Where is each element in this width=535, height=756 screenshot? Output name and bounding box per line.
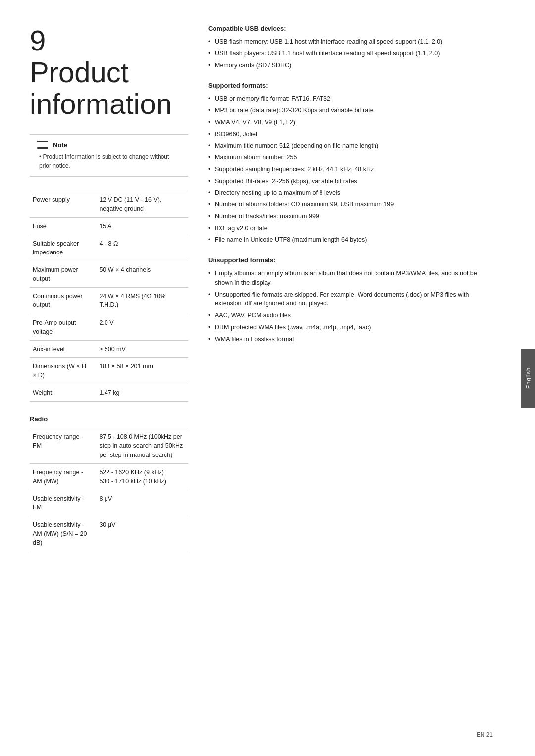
spec-table: Power supply12 V DC (11 V - 16 V), negat…	[30, 191, 188, 402]
list-item: USB flash players: USB 1.1 host with int…	[208, 49, 493, 58]
list-item: ID3 tag v2.0 or later	[208, 224, 493, 233]
note-text: • Product information is subject to chan…	[37, 152, 181, 170]
spec-value: ≥ 500 mV	[96, 340, 188, 357]
list-item: WMA files in Lossless format	[208, 335, 493, 344]
list-item: Supported sampling frequencies: 2 kHz, 4…	[208, 165, 493, 174]
supported-formats-section: Supported formats: USB or memory file fo…	[208, 82, 493, 245]
radio-spec-value: 30 μV	[96, 516, 188, 552]
compatible-usb-heading: Compatible USB devices:	[208, 25, 493, 32]
spec-value: 1.47 kg	[96, 384, 188, 402]
radio-section: Radio Frequency range - FM87.5 - 108.0 M…	[30, 415, 188, 552]
compatible-usb-list: USB flash memory: USB 1.1 host with inte…	[208, 37, 493, 70]
main-content: 9 Product information Note • Product inf…	[0, 0, 535, 756]
list-item: Number of albums/ folders: CD maximum 99…	[208, 200, 493, 209]
chapter-heading: 9 Product information	[30, 25, 188, 119]
supported-formats-heading: Supported formats:	[208, 82, 493, 89]
spec-label: Suitable speaker impedance	[30, 235, 96, 261]
supported-formats-list: USB or memory file format: FAT16, FAT32M…	[208, 94, 493, 245]
list-item: Memory cards (SD / SDHC)	[208, 61, 493, 70]
page: English 9 Product information Note	[0, 0, 535, 756]
list-item: ISO9660, Joliet	[208, 130, 493, 139]
table-row: Suitable speaker impedance4 - 8 Ω	[30, 235, 188, 261]
list-item: AAC, WAV, PCM audio files	[208, 311, 493, 320]
spec-value: 15 A	[96, 217, 188, 235]
page-footer: EN 21	[477, 731, 493, 738]
list-item: Supported Bit-rates: 2~256 (kbps), varia…	[208, 177, 493, 186]
spec-label: Dimensions (W × H × D)	[30, 357, 96, 384]
radio-spec-label: Usable sensitivity - FM	[30, 490, 96, 516]
list-item: WMA V4, V7, V8, V9 (L1, L2)	[208, 118, 493, 127]
spec-label: Continuous power output	[30, 288, 96, 314]
radio-spec-label: Usable sensitivity - AM (MW) (S/N = 20 d…	[30, 516, 96, 552]
spec-label: Maximum power output	[30, 261, 96, 288]
list-item: File name in Unicode UTF8 (maximum lengt…	[208, 235, 493, 245]
unsupported-formats-list: Empty albums: an empty album is an album…	[208, 269, 493, 344]
table-row: Continuous power output24 W × 4 RMS (4Ω …	[30, 288, 188, 314]
spec-value: 50 W × 4 channels	[96, 261, 188, 288]
table-row: Power supply12 V DC (11 V - 16 V), negat…	[30, 191, 188, 217]
note-box: Note • Product information is subject to…	[30, 134, 188, 177]
list-item: Unsupported file formats are skipped. Fo…	[208, 290, 493, 309]
table-row: Frequency range - AM (MW)522 - 1620 KHz …	[30, 463, 188, 490]
spec-label: Aux-in level	[30, 340, 96, 357]
radio-heading: Radio	[30, 415, 188, 423]
radio-spec-value: 87.5 - 108.0 MHz (100kHz per step in aut…	[96, 428, 188, 463]
note-label: Note	[53, 141, 67, 149]
table-row: Usable sensitivity - AM (MW) (S/N = 20 d…	[30, 516, 188, 552]
chapter-number: 9	[30, 24, 46, 56]
spec-value: 188 × 58 × 201 mm	[96, 357, 188, 384]
note-header: Note	[37, 141, 181, 149]
spec-value: 24 W × 4 RMS (4Ω 10% T.H.D.)	[96, 288, 188, 314]
list-item: Number of tracks/titles: maximum 999	[208, 212, 493, 221]
note-icon	[37, 141, 48, 149]
spec-label: Pre-Amp output voltage	[30, 314, 96, 340]
compatible-usb-section: Compatible USB devices: USB flash memory…	[208, 25, 493, 70]
list-item: USB flash memory: USB 1.1 host with inte…	[208, 37, 493, 47]
table-row: Usable sensitivity - FM8 μV	[30, 490, 188, 516]
right-column: Compatible USB devices: USB flash memory…	[208, 25, 493, 731]
list-item: Maximum album number: 255	[208, 153, 493, 162]
list-item: Maximum title number: 512 (depending on …	[208, 141, 493, 151]
list-item: Directory nesting up to a maximum of 8 l…	[208, 188, 493, 198]
chapter-title: Product information	[30, 56, 172, 120]
spec-label: Fuse	[30, 217, 96, 235]
spec-value: 4 - 8 Ω	[96, 235, 188, 261]
list-item: DRM protected WMA files (.wav, .m4a, .m4…	[208, 323, 493, 332]
radio-spec-label: Frequency range - AM (MW)	[30, 463, 96, 490]
list-item: USB or memory file format: FAT16, FAT32	[208, 94, 493, 103]
spec-label: Weight	[30, 384, 96, 402]
spec-label: Power supply	[30, 191, 96, 217]
table-row: Aux-in level≥ 500 mV	[30, 340, 188, 357]
unsupported-formats-heading: Unsupported formats:	[208, 256, 493, 264]
radio-spec-label: Frequency range - FM	[30, 428, 96, 463]
table-row: Pre-Amp output voltage2.0 V	[30, 314, 188, 340]
table-row: Weight1.47 kg	[30, 384, 188, 402]
radio-spec-value: 8 μV	[96, 490, 188, 516]
unsupported-formats-section: Unsupported formats: Empty albums: an em…	[208, 256, 493, 344]
table-row: Maximum power output50 W × 4 channels	[30, 261, 188, 288]
language-tab: English	[521, 349, 535, 408]
list-item: Empty albums: an empty album is an album…	[208, 269, 493, 288]
spec-value: 12 V DC (11 V - 16 V), negative ground	[96, 191, 188, 217]
left-column: 9 Product information Note • Product inf…	[30, 25, 188, 731]
table-row: Fuse15 A	[30, 217, 188, 235]
radio-spec-table: Frequency range - FM87.5 - 108.0 MHz (10…	[30, 428, 188, 552]
radio-spec-value: 522 - 1620 KHz (9 kHz)530 - 1710 kHz (10…	[96, 463, 188, 490]
spec-value: 2.0 V	[96, 314, 188, 340]
table-row: Frequency range - FM87.5 - 108.0 MHz (10…	[30, 428, 188, 463]
table-row: Dimensions (W × H × D)188 × 58 × 201 mm	[30, 357, 188, 384]
list-item: MP3 bit rate (data rate): 32-320 Kbps an…	[208, 106, 493, 115]
language-tab-text: English	[525, 367, 531, 389]
page-number: EN 21	[477, 731, 493, 738]
